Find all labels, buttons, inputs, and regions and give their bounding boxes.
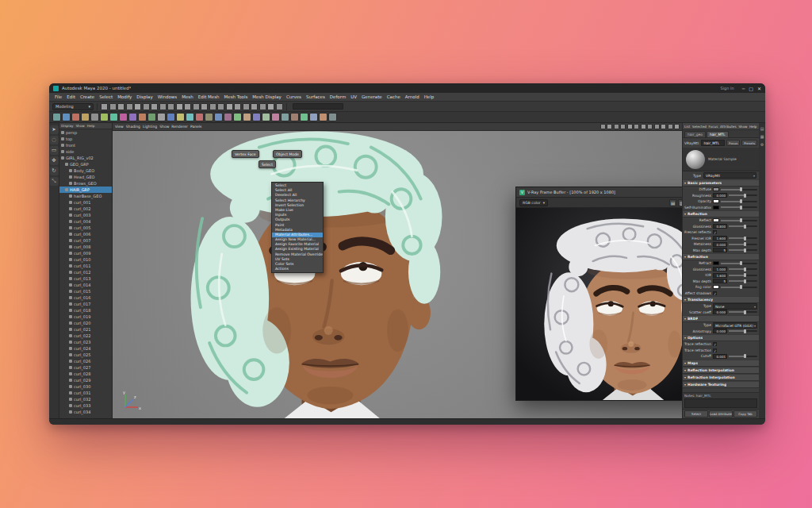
viewport[interactable]: ViewShadingLightingShowRendererPanels x … [113,123,682,418]
slider[interactable] [729,194,757,196]
status-icon[interactable] [276,103,283,110]
rotate-tool-icon[interactable]: ↻ [50,167,59,175]
slider[interactable] [729,280,757,282]
menu-item[interactable]: Arnold [403,94,422,99]
attribute-row[interactable]: ▾ Anisotropy 0.000 0.000 [683,329,759,335]
slider[interactable] [729,311,757,313]
outliner-item[interactable]: curl_031 [59,390,112,396]
dropdown[interactable]: Microfacet GTR (GGX) [713,322,757,329]
panel-menu-item[interactable]: View [115,125,124,129]
status-icon[interactable] [267,103,274,110]
value-field[interactable]: 1.000 [713,267,727,271]
shelf-icon[interactable] [52,113,61,121]
attribute-row[interactable]: ▾ Fresnel IOR 1.600 1.600 [683,236,759,242]
shelf-icon[interactable] [290,113,299,121]
shelf-icon[interactable] [81,113,90,121]
panel-toolbar-icon[interactable] [634,124,639,129]
outliner-item[interactable]: curl_030 [59,383,112,390]
color-swatch[interactable] [713,218,719,222]
select-tool-icon[interactable]: ➤ [50,125,59,134]
slider-handle[interactable] [744,242,746,246]
color-swatch[interactable] [713,261,719,265]
outliner-item[interactable]: curl_022 [59,333,112,339]
status-icon[interactable] [201,103,208,110]
panel-toolbar-icon[interactable] [661,124,666,129]
shelf-icon[interactable] [100,113,109,121]
shelf-icon[interactable] [109,113,118,121]
menu-item[interactable]: Mesh [179,94,195,99]
slider[interactable] [729,225,757,227]
panel-toolbar-icon[interactable] [668,124,673,129]
outliner-item[interactable]: curl_013 [59,275,112,282]
panel-toolbar-icon[interactable] [647,124,653,129]
menu-item[interactable]: Cache [385,94,403,99]
value-field[interactable]: 0.001 [713,354,727,359]
slider-handle[interactable] [744,248,746,252]
status-icon[interactable] [217,103,224,110]
outliner-item[interactable]: hairBase_GEO [59,193,112,199]
status-icon[interactable] [159,103,167,110]
shelf-icon[interactable] [205,113,213,121]
shelf-icon[interactable] [224,113,232,121]
outliner-item[interactable]: curl_009 [59,250,112,256]
outliner-item[interactable]: curl_027 [59,364,112,371]
outliner-item[interactable]: GEO_GRP [59,161,112,167]
outliner-item[interactable]: curl_012 [59,269,112,275]
attribute-row[interactable]: ▾ Type Microfacet GTR (GGX) Microfacet G… [683,322,759,329]
value-field[interactable]: 0.000 [713,329,727,333]
menu-set-dropdown[interactable]: Modeling ▾ [52,103,94,110]
attribute-editor-button[interactable]: Load Attributes [709,410,733,418]
menu-item[interactable]: Display [134,94,155,99]
shelf-icon[interactable] [233,113,242,121]
character-model[interactable] [179,129,446,418]
scale-tool-icon[interactable]: ⤡ [50,177,59,186]
dropdown[interactable]: None [713,303,757,310]
slider-handle[interactable] [740,199,742,203]
shelf-icon[interactable] [243,113,251,121]
slider[interactable] [721,220,757,221]
shelf-icon[interactable] [271,113,280,121]
panel-toolbar-icon[interactable] [607,124,612,129]
outliner-item[interactable]: top [59,136,112,142]
outliner-item[interactable]: curl_017 [59,301,112,307]
shelf-icon[interactable] [309,113,318,121]
attribute-editor-menu-item[interactable]: Attributes [720,125,737,129]
menu-item[interactable]: Surfaces [304,94,327,99]
panel-menu-item[interactable]: Panels [190,125,201,129]
node-name-field[interactable]: hair_MTL [701,140,725,146]
attribute-row[interactable]: ▾ Affect shadows [683,291,759,297]
outliner-item[interactable]: curl_006 [59,231,112,237]
outliner-item[interactable]: HAIR_GRP [59,187,112,193]
slider-handle[interactable] [744,354,746,358]
checkbox[interactable] [713,348,717,352]
slider-handle[interactable] [744,279,746,283]
outliner-item[interactable]: curl_001 [59,199,112,206]
attribute-row[interactable]: ▾ Glossiness 0.800 0.800 [683,224,759,230]
attribute-editor-button[interactable]: Copy Tab [733,410,757,418]
value-field[interactable]: 0.800 [713,224,727,229]
menu-item[interactable]: Edit [64,94,78,99]
attribute-editor-tab[interactable]: hair_MTL [707,131,729,137]
slider-handle[interactable] [740,218,742,222]
marking-menu-button[interactable]: Object Mode [273,150,302,158]
outliner-item[interactable]: curl_034 [59,409,112,415]
shelf-icon[interactable] [328,113,337,121]
attribute-row[interactable]: ▾ Scatter coeff 0.000 0.000 [683,310,759,316]
slider[interactable] [729,268,757,270]
maximize-button[interactable]: ▢ [749,86,753,91]
value-field[interactable]: 0.000 [713,242,727,247]
value-field[interactable]: 5 [713,279,727,283]
menu-item[interactable]: File [52,94,64,99]
status-icon[interactable] [193,103,200,110]
slider-handle[interactable] [740,206,742,210]
slider[interactable] [729,275,757,276]
attribute-row[interactable]: ▾ Refraction Interpolation [683,374,759,381]
outliner-item[interactable]: curl_011 [59,263,112,269]
attribute-row[interactable]: ▾ Maps [683,360,759,367]
slider-handle[interactable] [744,225,746,229]
attribute-row[interactable]: ▾ Refract [683,260,759,267]
status-icon[interactable] [151,103,158,110]
attribute-editor-button[interactable]: Select [684,410,708,418]
save-image-icon[interactable]: ▤ [669,199,676,206]
channel-box-icon[interactable]: ▤ [760,126,764,131]
